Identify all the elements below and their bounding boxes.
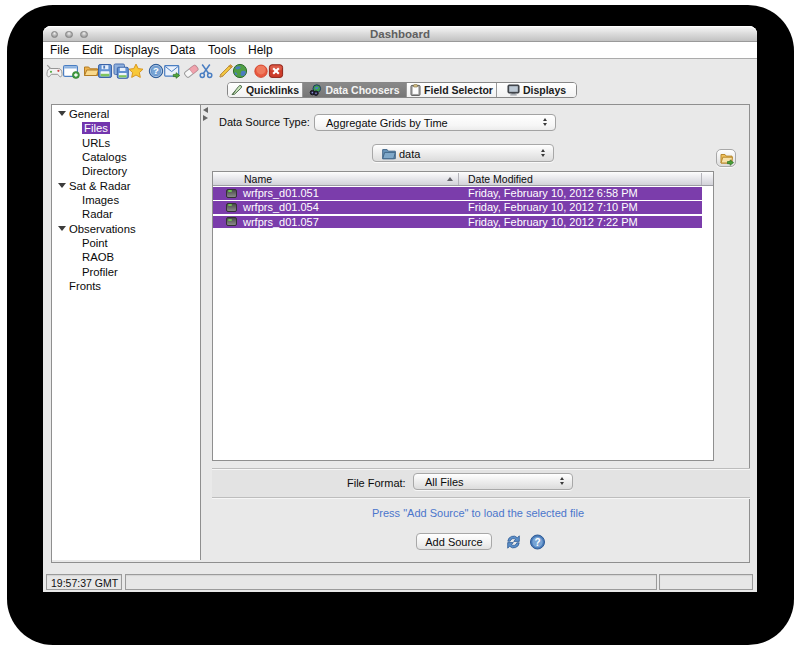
svg-text:?: ? [153,65,159,76]
svg-text:?: ? [534,537,540,548]
